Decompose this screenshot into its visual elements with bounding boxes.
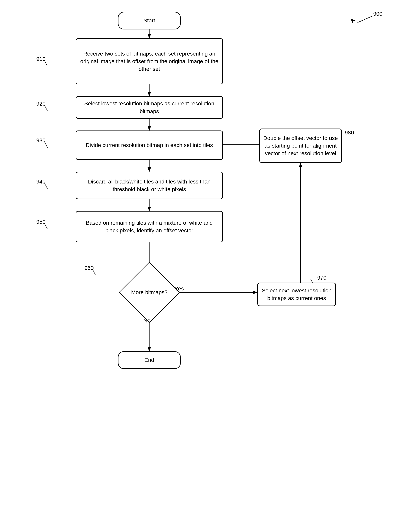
step-940-label: Discard all black/white tiles and tiles …: [79, 178, 219, 193]
step-950-label: Based on remaining tiles with a mixture …: [79, 219, 219, 234]
ref-960-line: ╲: [92, 269, 96, 275]
start-node: Start: [118, 12, 181, 29]
ref-900-arrow: ➤: [348, 16, 358, 26]
step-920: Select lowest resolution bitmaps as curr…: [76, 96, 223, 119]
step-930-label: Divide current resolution bitmap in each…: [86, 141, 213, 149]
diagram-container: 900 ➤ Start 910 ╲ Receive two sets of bi…: [0, 0, 420, 532]
ref-920-line: ╲: [44, 105, 47, 111]
step-910-label: Receive two sets of bitmaps, each set re…: [80, 50, 218, 73]
ref-940-line: ╲: [44, 182, 47, 189]
step-940: Discard all black/white tiles and tiles …: [76, 172, 223, 199]
end-label: End: [144, 356, 154, 364]
ref-930-line: ╲: [44, 141, 47, 148]
step-930: Divide current resolution bitmap in each…: [76, 130, 223, 160]
step-970-label: Select next lowest resolution bitmaps as…: [261, 287, 332, 302]
step-920-label: Select lowest resolution bitmaps as curr…: [79, 100, 219, 115]
diamond-container: More bitmaps?: [128, 271, 171, 314]
ref-950-line: ╲: [44, 223, 47, 229]
start-label: Start: [143, 17, 155, 24]
step-980: Double the offset vector to use as start…: [259, 128, 342, 163]
ref-910-line: ╲: [44, 60, 47, 66]
step-950: Based on remaining tiles with a mixture …: [76, 211, 223, 242]
step-970: Select next lowest resolution bitmaps as…: [257, 283, 336, 306]
ref-980: 980: [345, 129, 354, 136]
svg-line-16: [358, 16, 373, 23]
step-910: Receive two sets of bitmaps, each set re…: [76, 38, 223, 84]
ref-900: 900: [373, 11, 382, 17]
step-960-label: More bitmaps?: [128, 271, 171, 314]
yes-label: Yes: [175, 285, 184, 292]
no-label: No: [143, 318, 150, 324]
end-node: End: [118, 351, 181, 369]
ref-970: 970: [317, 275, 327, 281]
step-980-label: Double the offset vector to use as start…: [263, 134, 338, 157]
